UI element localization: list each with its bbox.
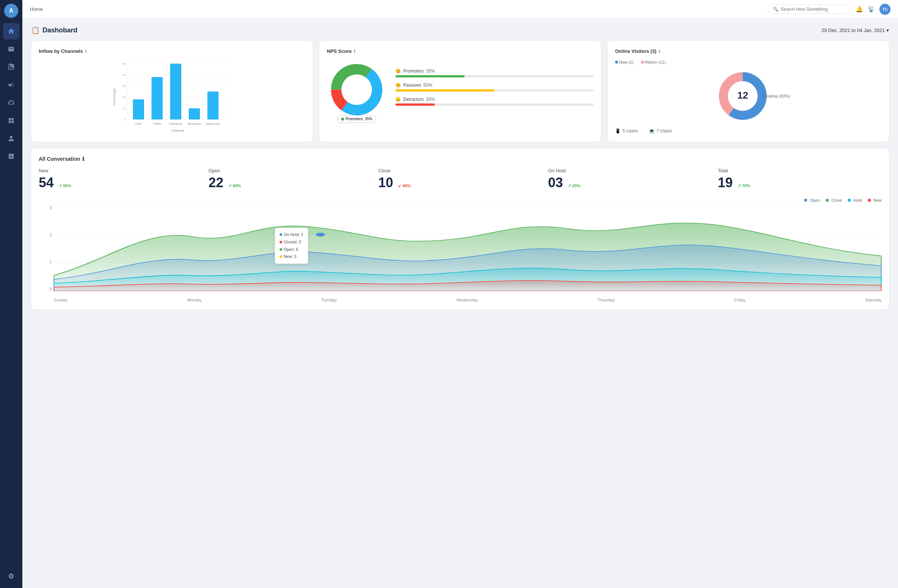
- user-avatar[interactable]: TC: [880, 4, 890, 15]
- content-area: 📋 Dashobard 29 Dec, 2021 to 04 Jan, 2021…: [22, 18, 898, 588]
- svg-text:20: 20: [123, 96, 126, 99]
- ov-bottom-stats: 📱 5 Users 💻 7 Users: [615, 128, 882, 134]
- topnav: Home 🔍 🔔 📡 TC: [22, 0, 898, 18]
- sidebar-avatar[interactable]: A: [4, 4, 18, 18]
- main-content: Home 🔍 🔔 📡 TC 📋 Dashobard 29 Dec, 2021 t…: [22, 0, 898, 588]
- legend-open: Open: [804, 198, 820, 203]
- stat-new: New 54 ↗ 95%: [39, 168, 203, 190]
- desktop-icon: 💻: [649, 128, 655, 134]
- legend-detractors: 😞Detractors20%: [395, 97, 594, 106]
- sidebar-item-person[interactable]: [3, 130, 19, 147]
- svg-text:Channel: Channel: [171, 129, 184, 132]
- nps-donut: [327, 60, 386, 120]
- x-axis-labels: Sunday Monday Tuesday Wednesday Thursday…: [54, 298, 882, 302]
- breadcrumb: Home: [30, 6, 762, 12]
- nps-body: Promoters: 35% 😊Promoters35% 😐Passives50…: [327, 60, 594, 120]
- search-box[interactable]: 🔍: [768, 5, 850, 14]
- area-chart-svg: [54, 206, 882, 291]
- svg-text:10: 10: [123, 107, 126, 110]
- conversations-section: All Conversation ℹ New 54 ↗ 95% Open 22 …: [31, 149, 889, 310]
- sidebar-item-settings[interactable]: [3, 568, 19, 584]
- conv-info-icon: ℹ: [82, 156, 84, 162]
- svg-text:Helpcenter: Helpcenter: [206, 122, 220, 126]
- legend-hold: Hold: [848, 198, 862, 203]
- bar-chart: Percentage 0 10 20 30 40: [39, 60, 305, 134]
- svg-text:Percentage: Percentage: [112, 89, 116, 106]
- chart-legend: Open Close Hold New: [39, 198, 882, 203]
- date-range-picker[interactable]: 29 Dec, 2021 to 04 Jan, 2021 ▾: [821, 28, 889, 33]
- wifi-icon[interactable]: 📡: [867, 6, 875, 13]
- svg-text:Chat: Chat: [135, 122, 142, 126]
- svg-text:50: 50: [123, 62, 126, 66]
- sidebar-item-mail[interactable]: [3, 41, 19, 57]
- chevron-down-icon: ▾: [886, 28, 889, 33]
- svg-text:40: 40: [123, 73, 126, 77]
- sidebar-item-book[interactable]: [3, 59, 19, 75]
- nps-info-icon: ℹ: [354, 49, 355, 54]
- area-chart-container: 3 2 1 0: [39, 206, 882, 302]
- svg-rect-16: [152, 77, 163, 120]
- svg-text:Twitter: Twitter: [153, 122, 161, 126]
- nps-tooltip: Promoters: 35%: [338, 115, 376, 123]
- bar-chart-svg: Percentage 0 10 20 30 40: [39, 60, 305, 134]
- conv-stats: New 54 ↗ 95% Open 22 ↗ 80% Close: [39, 168, 882, 190]
- legend-close: Close: [826, 198, 842, 203]
- inflow-title: Inflow by Channels ℹ: [39, 48, 305, 54]
- nps-card: NPS Score ℹ: [320, 41, 601, 142]
- legend-promoters: 😊Promoters35%: [395, 69, 594, 77]
- sidebar-item-megaphone[interactable]: [3, 77, 19, 93]
- stat-close: Close 10 ↙ 46%: [378, 168, 542, 190]
- book-icon: 📋: [31, 26, 40, 34]
- svg-text:Facebook: Facebook: [169, 122, 182, 126]
- svg-rect-22: [208, 92, 218, 120]
- svg-rect-20: [189, 108, 200, 120]
- sidebar-item-grid[interactable]: [3, 112, 19, 129]
- y-axis: 3 2 1 0: [39, 206, 52, 291]
- sidebar-item-bot[interactable]: [3, 95, 19, 111]
- sidebar-item-home[interactable]: [3, 23, 19, 40]
- stat-total: Total 19 ↗ 70%: [718, 168, 882, 190]
- svg-text:30: 30: [123, 84, 126, 88]
- svg-text:12: 12: [738, 90, 748, 101]
- search-input[interactable]: [781, 7, 845, 12]
- info-icon: ℹ: [85, 49, 87, 54]
- search-icon: 🔍: [772, 6, 778, 12]
- desktop-users: 💻 7 Users: [649, 128, 672, 134]
- stat-onhold: On Hold 03 ↗ 20%: [548, 168, 712, 190]
- conv-title: All Conversation ℹ: [39, 156, 882, 162]
- sidebar-item-analytics[interactable]: [3, 148, 19, 164]
- page-title: 📋 Dashobard: [31, 26, 77, 34]
- nps-title: NPS Score ℹ: [327, 48, 594, 54]
- svg-text:WhatsApp: WhatsApp: [188, 122, 201, 126]
- svg-text:0: 0: [125, 118, 126, 121]
- legend-new: New: [868, 198, 882, 203]
- online-visitors-title: Online Visitors (3) ℹ: [615, 48, 882, 54]
- nps-legend: 😊Promoters35% 😐Passives50% 😞Detractors20…: [395, 69, 594, 111]
- mobile-icon: 📱: [615, 128, 621, 134]
- mobile-users: 📱 5 Users: [615, 128, 638, 134]
- sidebar: A: [0, 0, 22, 588]
- svg-rect-18: [170, 64, 181, 120]
- svg-rect-14: [133, 99, 144, 120]
- inflow-card: Inflow by Channels ℹ Percentage 0 10: [31, 41, 313, 142]
- notification-icon[interactable]: 🔔: [856, 6, 863, 13]
- stat-open: Open 22 ↗ 80%: [209, 168, 372, 190]
- ov-info-icon: ℹ: [659, 49, 660, 54]
- online-visitors-card: Online Visitors (3) ℹ New (1) Return (11…: [607, 41, 889, 142]
- svg-point-37: [316, 233, 325, 236]
- nav-icons: 🔔 📡 TC: [856, 4, 890, 15]
- desktop-label: Desktop (60%): [763, 94, 790, 98]
- ov-donut: 12 Desktop (60%): [715, 68, 771, 124]
- page-header: 📋 Dashobard 29 Dec, 2021 to 04 Jan, 2021…: [31, 26, 889, 34]
- ov-legend: New (1) Return (11): [615, 60, 882, 64]
- cards-row: Inflow by Channels ℹ Percentage 0 10: [31, 41, 889, 142]
- svg-point-28: [342, 75, 372, 104]
- legend-passives: 😐Passives50%: [395, 83, 594, 92]
